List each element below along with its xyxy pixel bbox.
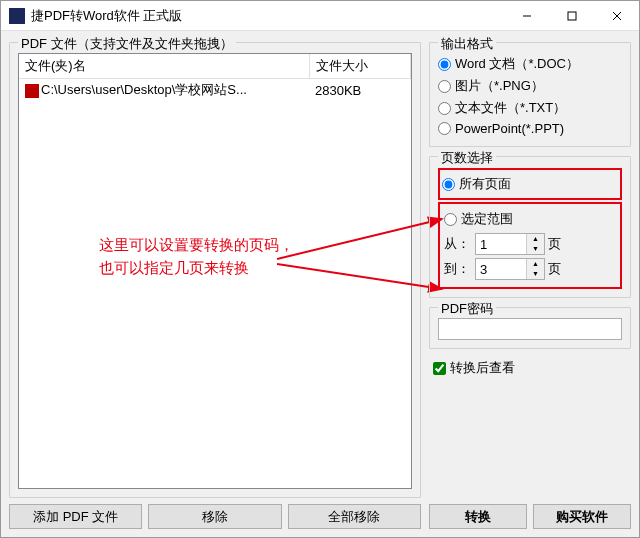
col-filename[interactable]: 文件(夹)名	[19, 54, 309, 79]
to-input[interactable]	[476, 259, 526, 279]
app-window: 捷PDF转Word软件 正式版 PDF 文件（支持文件及文件夹拖拽） 文件(夹)…	[0, 0, 640, 538]
page-select-group: 页数选择 所有页面 选定范围 从： ▲▼ 页 到： ▲▼ 页	[429, 156, 631, 298]
view-after-checkbox[interactable]	[433, 362, 446, 375]
pdf-password-legend: PDF密码	[438, 300, 496, 318]
radio-page-range[interactable]	[444, 213, 457, 226]
annotation-text: 这里可以设置要转换的页码， 也可以指定几页来转换	[99, 234, 294, 279]
remove-button[interactable]: 移除	[148, 504, 281, 529]
app-logo-icon	[9, 8, 25, 24]
spin-down-icon[interactable]: ▼	[527, 244, 544, 254]
pdf-files-group: PDF 文件（支持文件及文件夹拖拽） 文件(夹)名 文件大小 C:\Users\…	[9, 42, 421, 498]
convert-button[interactable]: 转换	[429, 504, 527, 529]
titlebar: 捷PDF转Word软件 正式版	[1, 1, 639, 31]
to-spinbox[interactable]: ▲▼	[475, 258, 545, 280]
radio-all-pages[interactable]	[442, 178, 455, 191]
file-path: C:\Users\user\Desktop\学校网站S...	[41, 82, 247, 97]
pdf-files-legend: PDF 文件（支持文件及文件夹拖拽）	[18, 35, 236, 53]
password-input[interactable]	[438, 318, 622, 340]
spin-down-icon[interactable]: ▼	[527, 269, 544, 279]
to-label: 到：	[444, 260, 472, 278]
file-size: 2830KB	[309, 79, 411, 102]
remove-all-button[interactable]: 全部移除	[288, 504, 421, 529]
radio-word[interactable]	[438, 58, 451, 71]
svg-line-4	[277, 219, 442, 259]
buy-button[interactable]: 购买软件	[533, 504, 631, 529]
svg-line-5	[277, 264, 442, 289]
maximize-button[interactable]	[549, 1, 594, 30]
annotation-arrow-1	[277, 214, 447, 274]
page-select-legend: 页数选择	[438, 149, 496, 167]
from-spinbox[interactable]: ▲▼	[475, 233, 545, 255]
from-input[interactable]	[476, 234, 526, 254]
radio-ppt[interactable]	[438, 122, 451, 135]
output-format-group: 输出格式 Word 文档（*.DOC） 图片（*.PNG） 文本文件（*.TXT…	[429, 42, 631, 147]
close-button[interactable]	[594, 1, 639, 30]
spin-up-icon[interactable]: ▲	[527, 234, 544, 244]
output-format-legend: 输出格式	[438, 35, 496, 53]
radio-txt[interactable]	[438, 102, 451, 115]
from-label: 从：	[444, 235, 472, 253]
radio-png[interactable]	[438, 80, 451, 93]
col-filesize[interactable]: 文件大小	[309, 54, 411, 79]
window-title: 捷PDF转Word软件 正式版	[31, 7, 504, 25]
table-row[interactable]: C:\Users\user\Desktop\学校网站S... 2830KB	[19, 79, 411, 102]
annotation-arrow-2	[277, 259, 447, 299]
pdf-password-group: PDF密码	[429, 307, 631, 349]
view-after-label: 转换后查看	[450, 359, 515, 377]
pdf-icon	[25, 84, 39, 98]
add-pdf-button[interactable]: 添加 PDF 文件	[9, 504, 142, 529]
spin-up-icon[interactable]: ▲	[527, 259, 544, 269]
file-list[interactable]: 文件(夹)名 文件大小 C:\Users\user\Desktop\学校网站S.…	[18, 53, 412, 489]
minimize-button[interactable]	[504, 1, 549, 30]
svg-rect-1	[568, 12, 576, 20]
